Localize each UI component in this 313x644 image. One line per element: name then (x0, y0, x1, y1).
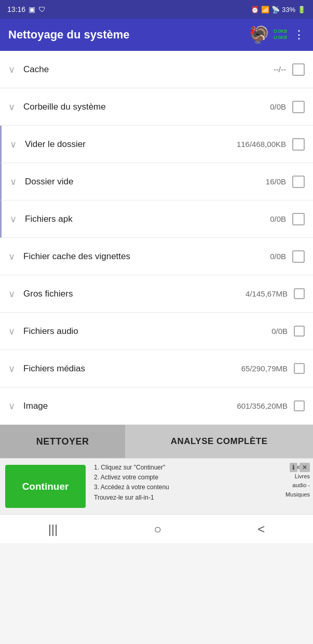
ad-side2: Livres (280, 472, 310, 481)
item-checkbox[interactable] (292, 63, 305, 76)
list-item: ∨ Vider le dossier 116/468,00KB (0, 126, 313, 163)
ad-side3: audio - (280, 481, 310, 490)
chevron-down-icon[interactable]: ∨ (8, 101, 15, 113)
ad-line4: Trouvez-le sur all-in-1 (94, 493, 274, 503)
items-list: ∨ Cache --/-- ∨ Corbeille du système 0/0… (0, 51, 313, 425)
item-value: 601/356,20MB (237, 401, 288, 410)
battery-icon: 🔋 (297, 6, 306, 14)
signal-icon: 📡 (271, 6, 280, 14)
data-badge-line1: D:0KB (274, 29, 287, 35)
chevron-down-icon[interactable]: ∨ (8, 326, 15, 337)
wifi-icon: 📶 (261, 6, 269, 14)
item-checkbox[interactable] (294, 288, 305, 299)
ad-close-button[interactable]: ✕ (300, 463, 310, 472)
item-label: Vider le dossier (25, 139, 237, 150)
item-checkbox[interactable] (292, 213, 305, 225)
list-item: ∨ Image 601/356,20MB (0, 387, 313, 425)
battery-text: 33% (282, 6, 295, 14)
item-label: Corbeille du système (23, 102, 270, 112)
nav-bar: ||| ○ < (0, 514, 313, 543)
item-checkbox[interactable] (292, 176, 305, 188)
chevron-down-icon[interactable]: ∨ (8, 251, 15, 262)
item-value: --/-- (274, 65, 286, 74)
ad-continue-button[interactable]: Continuer (5, 465, 86, 508)
antivirus-icon: 🛡 (38, 5, 46, 14)
list-item: ∨ Fichiers audio 0/0B (0, 313, 313, 350)
sim-icon: ▣ (29, 5, 35, 14)
status-time: 13:16 (7, 5, 25, 14)
list-item: ∨ Fichiers apk 0/0B (0, 200, 313, 238)
data-badge: D:0KB U:0KB (274, 29, 287, 41)
list-item: ∨ Corbeille du système 0/0B (0, 88, 313, 126)
item-label: Image (23, 401, 237, 411)
status-left: 13:16 ▣ 🛡 (7, 5, 46, 14)
status-right: ⏰ 📶 📡 33% 🔋 (251, 6, 306, 14)
item-label: Fichiers apk (25, 214, 270, 224)
header-icons: 🦃 D:0KB U:0KB ⋮ (249, 25, 305, 45)
ad-line1: 1. Cliquez sur "Continuer" (94, 463, 274, 473)
item-label: Fichiers médias (23, 364, 241, 374)
alarm-icon: ⏰ (251, 6, 259, 14)
nav-back-button[interactable]: < (247, 518, 275, 541)
chevron-down-icon[interactable]: ∨ (10, 213, 17, 225)
app-header: Nettoyage du système 🦃 D:0KB U:0KB ⋮ (0, 19, 313, 51)
item-value: 0/0B (271, 327, 288, 336)
item-value: 4/145,67MB (246, 289, 288, 298)
chevron-down-icon[interactable]: ∨ (10, 139, 17, 150)
list-item: ∨ Fichiers médias 65/290,79MB (0, 350, 313, 387)
analyse-complete-button[interactable]: ANALYSE COMPLÈTE (125, 425, 313, 458)
item-value: 116/468,00KB (237, 140, 286, 149)
turkey-icon: 🦃 (249, 25, 269, 45)
item-value: 16/0B (266, 177, 286, 186)
item-label: Fichier cache des vignettes (23, 251, 270, 262)
chevron-down-icon[interactable]: ∨ (8, 64, 15, 75)
chevron-down-icon[interactable]: ∨ (8, 400, 15, 412)
ad-banner: ℹ ✕ Continuer 1. Cliquez sur "Continuer"… (0, 458, 313, 514)
item-value: 65/290,79MB (241, 364, 288, 373)
data-badge-line2: U:0KB (274, 35, 287, 41)
chevron-down-icon[interactable]: ∨ (10, 176, 17, 187)
chevron-down-icon[interactable]: ∨ (8, 288, 15, 300)
ad-text: 1. Cliquez sur "Continuer" 2. Activez vo… (91, 459, 277, 514)
item-label: Fichiers audio (23, 326, 271, 337)
nav-home-button[interactable]: ○ (144, 518, 172, 541)
list-item: ∨ Cache --/-- (0, 51, 313, 88)
nettoyer-button[interactable]: NETTOYER (0, 425, 125, 458)
item-checkbox[interactable] (292, 101, 305, 113)
item-label: Cache (23, 64, 274, 75)
bottom-buttons: NETTOYER ANALYSE COMPLÈTE (0, 425, 313, 458)
item-checkbox[interactable] (292, 250, 305, 263)
ad-line2: 2. Activez votre compte (94, 473, 274, 482)
list-item: ∨ Gros fichiers 4/145,67MB (0, 275, 313, 313)
item-value: 0/0B (270, 214, 286, 223)
item-label: Dossier vide (25, 177, 266, 187)
item-checkbox[interactable] (292, 138, 305, 151)
nav-menu-button[interactable]: ||| (38, 518, 69, 541)
item-label: Gros fichiers (23, 289, 246, 299)
ad-info-button[interactable]: ℹ (290, 463, 297, 472)
page-title: Nettoyage du système (8, 28, 130, 42)
chevron-down-icon[interactable]: ∨ (8, 363, 15, 374)
list-item: ∨ Fichier cache des vignettes 0/0B (0, 238, 313, 275)
more-options-button[interactable]: ⋮ (293, 28, 305, 42)
item-value: 0/0B (270, 102, 286, 111)
item-checkbox[interactable] (294, 363, 305, 374)
item-value: 0/0B (270, 252, 286, 261)
ad-line3: 3. Accédez à votre contenu (94, 482, 274, 492)
item-checkbox[interactable] (294, 400, 305, 411)
item-checkbox[interactable] (294, 326, 305, 337)
status-bar: 13:16 ▣ 🛡 ⏰ 📶 📡 33% 🔋 (0, 0, 313, 19)
ad-controls: ℹ ✕ (290, 463, 310, 472)
ad-side4: Musiques (280, 490, 310, 500)
list-item: ∨ Dossier vide 16/0B (0, 163, 313, 200)
